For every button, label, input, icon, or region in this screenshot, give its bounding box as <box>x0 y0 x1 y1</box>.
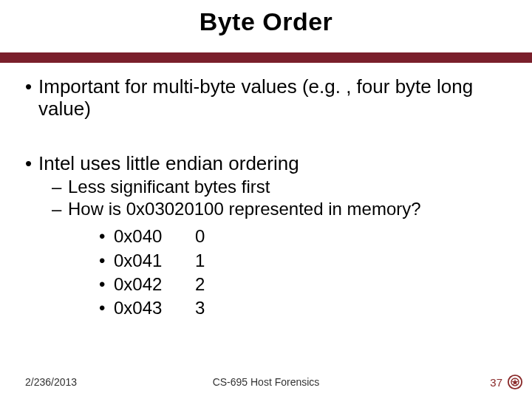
bullet-level1: • Important for multi-byte values (e.g. … <box>25 76 507 120</box>
bullet-dot-icon: • <box>25 76 38 120</box>
memory-row: • 0x042 2 <box>99 273 507 296</box>
bullet-text: Less significant bytes first <box>68 177 270 198</box>
page-number: 37 <box>490 376 502 389</box>
footer-right: 37 <box>490 374 523 390</box>
bullet-text: Intel uses little endian ordering <box>38 153 299 175</box>
slide-footer: 2/236/2013 CS-695 Host Forensics 37 <box>0 374 532 390</box>
memory-row: • 0x043 3 <box>99 296 507 320</box>
footer-course: CS-695 Host Forensics <box>213 376 320 388</box>
memory-value: 2 <box>195 273 205 296</box>
bullet-text: How is 0x03020100 represented in memory? <box>68 199 421 220</box>
memory-address: 0x042 <box>114 273 195 296</box>
memory-address: 0x040 <box>114 225 195 248</box>
bullet-text: Important for multi-byte values (e.g. , … <box>38 76 507 120</box>
slide-body: • Important for multi-byte values (e.g. … <box>0 63 532 321</box>
slide-title: Byte Order <box>0 7 532 36</box>
footer-date: 2/236/2013 <box>25 376 77 388</box>
bullet-dot-icon: • <box>99 249 114 273</box>
bullet-dot-icon: • <box>25 153 38 175</box>
memory-value: 1 <box>195 249 205 273</box>
memory-row: • 0x041 1 <box>99 249 507 273</box>
spacer <box>25 122 507 149</box>
memory-value: 0 <box>195 225 205 248</box>
memory-row: • 0x040 0 <box>99 225 507 248</box>
title-divider <box>0 52 532 63</box>
bullet-dash-icon: – <box>52 199 68 220</box>
bullet-level2: – Less significant bytes first <box>52 177 507 198</box>
bullet-dot-icon: • <box>99 296 114 320</box>
bullet-level2: – How is 0x03020100 represented in memor… <box>52 199 507 220</box>
slide: Byte Order • Important for multi-byte va… <box>0 0 532 399</box>
memory-value: 3 <box>195 296 205 320</box>
bullet-level1: • Intel uses little endian ordering <box>25 153 507 175</box>
memory-address: 0x041 <box>114 249 195 273</box>
seal-icon <box>507 374 523 390</box>
bullet-dash-icon: – <box>52 177 68 198</box>
bullet-dot-icon: • <box>99 225 114 248</box>
bullet-dot-icon: • <box>99 273 114 296</box>
memory-address: 0x043 <box>114 296 195 320</box>
